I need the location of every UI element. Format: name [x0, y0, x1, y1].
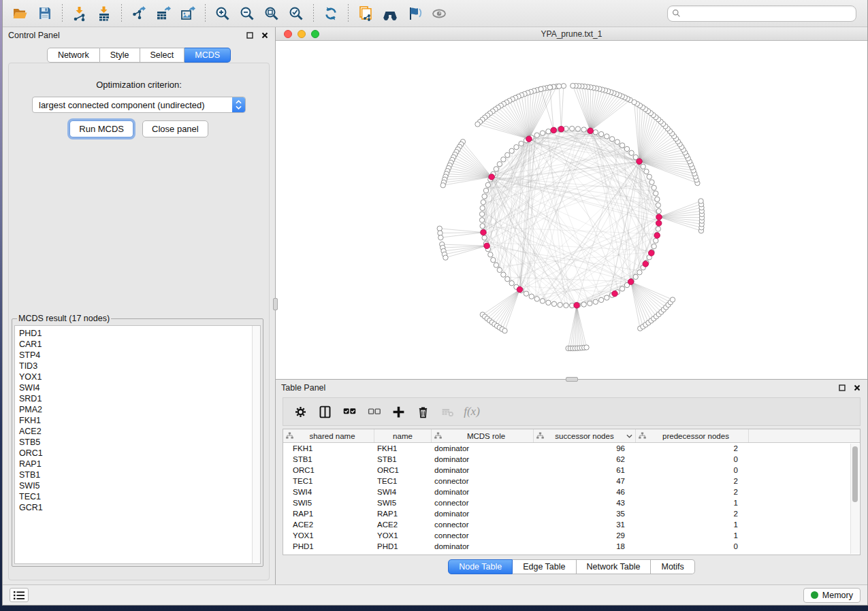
- column-layout-button[interactable]: [313, 401, 336, 423]
- export-table-button[interactable]: [152, 3, 174, 24]
- task-history-button[interactable]: [10, 588, 29, 602]
- node-table: shared namenameMCDS rolesuccessor nodesp…: [283, 429, 861, 555]
- mcds-result-item[interactable]: CAR1: [19, 339, 252, 350]
- float-table-panel-icon[interactable]: [837, 383, 847, 393]
- table-row[interactable]: SWI5SWI5connector431: [283, 497, 860, 508]
- mcds-result-item[interactable]: STP4: [19, 350, 252, 361]
- mcds-result-item[interactable]: ACE2: [19, 426, 252, 437]
- network-canvas[interactable]: [276, 41, 867, 379]
- deselect-all-button[interactable]: [362, 401, 385, 423]
- table-row[interactable]: SWI4SWI4dominator462: [283, 486, 860, 497]
- cell-predecessor-nodes: 0: [636, 466, 749, 474]
- criterion-select[interactable]: largest connected component (undirected): [32, 97, 246, 113]
- import-network-button[interactable]: [69, 3, 91, 24]
- tab-select[interactable]: Select: [140, 48, 185, 63]
- network-from-selection-button[interactable]: [355, 3, 376, 24]
- mcds-list-scrollbar[interactable]: [252, 326, 260, 563]
- mcds-result-item[interactable]: TEC1: [19, 491, 252, 502]
- zoom-in-button[interactable]: [212, 3, 234, 24]
- mcds-result-item[interactable]: SWI5: [19, 480, 252, 491]
- delete-column-icon: [416, 405, 430, 419]
- mcds-result-item[interactable]: GCR1: [19, 502, 252, 513]
- cell-successor-nodes: 62: [534, 455, 636, 463]
- column-header-shared-name[interactable]: shared name: [283, 429, 374, 442]
- memory-button[interactable]: Memory: [803, 588, 861, 603]
- cell-successor-nodes: 61: [534, 466, 636, 474]
- column-header-MCDS-role[interactable]: MCDS role: [432, 429, 534, 442]
- column-header-name[interactable]: name: [374, 429, 432, 442]
- mcds-result-item[interactable]: ORC1: [19, 448, 252, 459]
- run-mcds-button[interactable]: Run MCDS: [69, 120, 133, 137]
- table-panel-title: Table Panel: [281, 383, 832, 393]
- search-binoculars-button[interactable]: [379, 3, 401, 24]
- close-panel-icon[interactable]: [260, 31, 270, 40]
- table-scrollbar[interactable]: [850, 444, 859, 554]
- mcds-result-item[interactable]: TID3: [19, 361, 252, 371]
- mcds-result-item[interactable]: RAP1: [19, 459, 252, 469]
- open-folder-button[interactable]: [10, 3, 31, 24]
- mcds-result-item[interactable]: PMA2: [19, 404, 252, 415]
- tab-network[interactable]: Network: [47, 48, 100, 63]
- gear-button[interactable]: [289, 401, 312, 423]
- float-panel-icon[interactable]: [245, 31, 255, 40]
- table-rows: FKH1FKH1dominator962STB1STB1dominator620…: [283, 443, 860, 555]
- cell-predecessor-nodes: 0: [636, 455, 749, 463]
- mcds-result-item[interactable]: SRD1: [19, 393, 252, 404]
- tab-edge-table[interactable]: Edge Table: [513, 559, 576, 574]
- cell-successor-nodes: 35: [534, 510, 636, 518]
- scrollbar-thumb[interactable]: [852, 446, 858, 502]
- column-header-successor-nodes[interactable]: successor nodes: [534, 429, 636, 442]
- table-row[interactable]: FKH1FKH1dominator962: [283, 443, 860, 454]
- table-row[interactable]: YOX1YOX1connector291: [283, 530, 860, 541]
- mcds-result-item[interactable]: STB1: [19, 469, 252, 480]
- table-row[interactable]: TEC1TEC1connector472: [283, 476, 860, 486]
- select-all-button[interactable]: [338, 401, 361, 423]
- column-header-predecessor-nodes[interactable]: predecessor nodes: [636, 429, 749, 442]
- tab-style[interactable]: Style: [100, 48, 140, 63]
- refresh-button[interactable]: [320, 3, 342, 24]
- export-image-button[interactable]: [177, 3, 199, 24]
- mcds-result-item[interactable]: PHD1: [19, 328, 252, 339]
- table-row[interactable]: PHD1PHD1dominator180: [283, 541, 860, 552]
- table-row[interactable]: ORC1ORC1dominator610: [283, 465, 860, 476]
- import-table-button[interactable]: [93, 3, 115, 24]
- delete-column-button[interactable]: [411, 401, 434, 423]
- cell-MCDS-role: dominator: [432, 510, 534, 518]
- tab-mcds[interactable]: MCDS: [184, 48, 231, 63]
- cytoscape-window: Control Panel NetworkStyleSelectMCDS Opt…: [2, 0, 868, 606]
- network-column-icon: [286, 432, 293, 440]
- close-panel-button[interactable]: Close panel: [142, 120, 208, 137]
- zoom-selected-button[interactable]: [285, 3, 307, 24]
- mcds-result-item[interactable]: YOX1: [19, 371, 252, 382]
- tab-network-table[interactable]: Network Table: [577, 559, 652, 574]
- tab-node-table[interactable]: Node Table: [448, 559, 513, 574]
- cell-MCDS-role: dominator: [432, 444, 534, 452]
- cell-predecessor-nodes: 2: [636, 510, 749, 518]
- cell-shared-name: RAP1: [283, 510, 374, 518]
- save-button[interactable]: [34, 3, 56, 24]
- column-layout-icon: [318, 405, 332, 419]
- zoom-out-button[interactable]: [236, 3, 258, 24]
- export-network-button[interactable]: [128, 3, 150, 24]
- cell-MCDS-role: dominator: [432, 488, 534, 496]
- table-row[interactable]: RAP1RAP1dominator352: [283, 508, 860, 519]
- mcds-result-item[interactable]: SWI4: [19, 382, 252, 393]
- search-icon: [672, 9, 681, 18]
- table-row[interactable]: ACE2ACE2connector311: [283, 519, 860, 530]
- hide-selected-button[interactable]: [404, 3, 425, 24]
- tab-motifs[interactable]: Motifs: [651, 559, 694, 574]
- split-pane-handle-vertical[interactable]: [273, 298, 278, 310]
- add-column-button[interactable]: [387, 401, 410, 423]
- save-icon: [37, 5, 53, 22]
- close-table-panel-icon[interactable]: [852, 383, 862, 393]
- split-pane-handle-horizontal[interactable]: [566, 377, 578, 382]
- cell-predecessor-nodes: 1: [636, 531, 749, 540]
- search-input[interactable]: [684, 9, 852, 18]
- cell-successor-nodes: 46: [534, 488, 636, 496]
- mcds-result-item[interactable]: STB5: [19, 437, 252, 448]
- mcds-result-item[interactable]: FKH1: [19, 415, 252, 426]
- search-field[interactable]: [667, 5, 856, 22]
- zoom-fit-button[interactable]: [261, 3, 283, 24]
- table-row[interactable]: STB1STB1dominator620: [283, 454, 860, 465]
- show-eye-button[interactable]: [428, 3, 450, 24]
